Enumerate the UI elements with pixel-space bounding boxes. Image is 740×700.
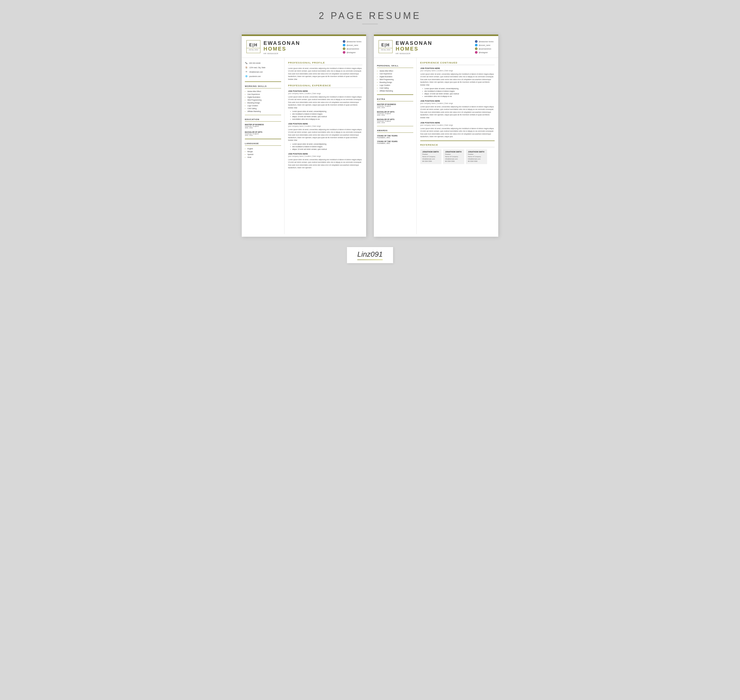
- extra-degree-1: MASTER OF BUSINESS: [377, 103, 413, 105]
- gold-divider-p2-2: [377, 126, 413, 126]
- twitter-text: @uruser_name: [347, 44, 358, 46]
- resume-header-2: E|H 25th Mar, 20018 EWASONAN HOMES HR MA…: [374, 36, 498, 58]
- instagram-text: @instagram: [347, 51, 355, 53]
- job-company-1: your company name | Location | Date rang…: [288, 93, 363, 94]
- reference-title: REFERENCE: [420, 144, 495, 147]
- prof-exp-title: PROFESSIONAL EXPERIENCE: [288, 84, 363, 88]
- job-title-3: JOB POSITION HERE: [288, 153, 363, 155]
- skill-4: Web Programming: [245, 99, 281, 101]
- ps-2: User Experience: [377, 73, 413, 75]
- bullet-2-2: elor incididunt ut labore et dolore magn…: [290, 146, 363, 147]
- resume-page-1: E|H 25th Mar, 20018 EWASONAN HOMES HR MA…: [242, 34, 366, 237]
- job-cont-desc-1: Lorem ipsum dolor sit amet, consectetur …: [420, 73, 495, 86]
- title-divider: [362, 24, 378, 24]
- edu-years-2: 2001- 2016: [245, 135, 281, 136]
- gold-divider-ref: [420, 141, 495, 141]
- header-contact-2: f @ewasonan homes t @uruser_name w @user…: [475, 40, 493, 54]
- language-list: English Bangla Spanish Hindi: [245, 148, 281, 158]
- website-icon: w: [343, 47, 345, 50]
- awards-title: AWARDS: [377, 129, 413, 133]
- contact-instagram-2: i @instagram: [475, 51, 487, 54]
- lang-2: Bangla: [245, 151, 281, 153]
- bullet-1-4: exercitation ulins nisi ut aliquip ex ea: [290, 118, 363, 120]
- ps-5: Branding Design: [377, 81, 413, 83]
- ref-details-3: PositionName of Companyinfo@domain.com88…: [468, 153, 485, 163]
- facebook-text: @ewasonan homes: [347, 41, 361, 43]
- watermark-underline: [357, 260, 383, 260]
- job-desc-1: Lorem ipsum dolor sit amet, consectetur …: [288, 96, 363, 109]
- ref-details-1: PositionName of Companyinfo@domain.com88…: [422, 153, 439, 163]
- resume-body: 📞 009 333 44446 🏠 1234 road, City, State…: [242, 58, 366, 234]
- profile-text: Lorem ipsum dolor sit amet, consectetur …: [288, 67, 363, 81]
- ref-card-3: JONATHOM SMITH PositionName of Companyin…: [466, 149, 487, 164]
- exp-2: JOB POSITION HERE your company name | Lo…: [288, 123, 363, 150]
- education-title: EDUCATION: [245, 118, 281, 122]
- watermark-box: Linz091: [347, 247, 393, 263]
- skill-6: Logo Creation: [245, 105, 281, 107]
- lang-3: Spanish: [245, 153, 281, 155]
- award-1: YOUNG OF THE YEARS Foundation, 2001: [377, 135, 413, 138]
- award-title-2: YOUNG OF THE YEARS: [377, 141, 413, 142]
- monogram-date: 25th Mar, 20018: [249, 49, 258, 50]
- language-title: LANGUAGE: [245, 142, 281, 146]
- exp-cont-1: JOB POSITION HERE your company name | Lo…: [420, 67, 495, 97]
- header-contact: f @ewasonan homes t @uruser_name w @user…: [343, 40, 361, 54]
- bullet-1-1: Lorem ipsum dolor sit amet, consectetpis…: [290, 110, 363, 112]
- contact-website-2: w @usernamehere: [475, 47, 491, 50]
- job-bullets-2: Lorem ipsum dolor sit amet, consectetpis…: [288, 143, 363, 150]
- exp-cont-3: JOB POSITION HERE your company name | Lo…: [420, 122, 495, 138]
- award-sub-1: Foundation, 2001: [377, 137, 413, 138]
- exp-continued-title: EXPERIENCE Continued: [420, 62, 495, 65]
- contact-instagram: i @instagram: [343, 51, 355, 54]
- sidebar-email: ✉ info@domain.com: [245, 70, 281, 74]
- skill-5: Branding Design: [245, 102, 281, 104]
- job-cont-desc-3: Lorem ipsum dolor sit amet, consectetur …: [420, 127, 495, 138]
- contact-twitter: t @uruser_name: [343, 44, 358, 46]
- header-last-name: EWASONAN: [263, 40, 340, 46]
- job-desc-3: Lorem ipsum dolor sit amet, consectetur …: [288, 159, 363, 169]
- gold-divider-1: [245, 81, 281, 82]
- bullet-1-3: aliqua. Ut enim ad minim veniam, quis no…: [290, 116, 363, 118]
- header-name-block: EWASONAN HOMES HR MANAGER: [263, 40, 340, 54]
- extra-years-3: 2001- 2016: [377, 122, 413, 124]
- cont-bullet-1-3: aliqua. Ut enim ad minim veniam, quis no…: [422, 93, 495, 95]
- bullet-1-2: elor incididunt ut labore et dolore magn…: [290, 113, 363, 115]
- resume-page-2: E|H 25th Mar, 20018 EWASONAN HOMES HR MA…: [374, 34, 498, 237]
- resume-body-2: PERSONAL SKILL Adobe After Effect User E…: [374, 58, 498, 234]
- extra-edu-2: BACHALOR OF ARTS University / England 20…: [377, 111, 413, 116]
- email-icon: ✉: [245, 70, 248, 74]
- job-cont-company-3: your company name | Location | Date rang…: [420, 124, 495, 126]
- extra-years-2: 2001- 2016: [377, 114, 413, 116]
- job-cont-company-1: your company name | Location | Date rang…: [420, 70, 495, 72]
- header-first-name-2: HOMES: [396, 46, 472, 51]
- extra-edu-3: BACHALOR OF ARTS University / England 20…: [377, 119, 413, 124]
- monogram-letters: E|H: [247, 43, 260, 48]
- personal-skill-title: PERSONAL SKILL: [377, 65, 413, 68]
- edu-years-1: 2001- 2016: [245, 127, 281, 129]
- facebook-icon-2: f: [475, 40, 477, 43]
- extra-years-1: 2001- 2016: [377, 107, 413, 108]
- ps-8: Affiliate Marketing: [377, 90, 413, 92]
- cont-bullet-1-1: Lorem ipsum dolor sit amet, consectetpis…: [422, 88, 495, 90]
- bullet-2-3: aliqua. Ut enim ad minim veniam, quis no…: [290, 148, 363, 150]
- ps-4: Web Programming: [377, 79, 413, 80]
- gold-divider-2: [245, 115, 281, 115]
- sidebar-contact-list: 📞 009 333 44446 🏠 1234 road, City, State…: [245, 62, 281, 78]
- job-bullets-1: Lorem ipsum dolor sit amet, consectetpis…: [288, 110, 363, 120]
- award-2: YOUNG OF THE YEARS Foundation, 2001: [377, 141, 413, 144]
- sidebar-address: 🏠 1234 road, City, State: [245, 66, 281, 69]
- twitter-text-2: @uruser_name: [479, 44, 490, 46]
- monogram-date-2: 25th Mar, 20018: [381, 49, 390, 50]
- instagram-icon: i: [343, 51, 345, 54]
- website-icon-2: w: [475, 47, 477, 50]
- ref-card-1: JONATHOM SMITH PositionName of Companyin…: [420, 149, 442, 164]
- resume-main: PROFESSIONAL PROFILE Lorem ipsum dolor s…: [285, 58, 366, 234]
- cont-bullet-1-4: exercitation ulins nisi ut aliquip ex ea: [422, 96, 495, 97]
- exp-cont-2: JOB POSITION HERE your company name | Lo…: [420, 100, 495, 119]
- facebook-text-2: @ewasonan homes: [479, 41, 493, 43]
- job-company-3: your company name | Location | Date rang…: [288, 155, 363, 157]
- skill-3: Digital Illustration: [245, 96, 281, 98]
- facebook-icon: f: [343, 40, 345, 43]
- resume-header: E|H 25th Mar, 20018 EWASONAN HOMES HR MA…: [242, 36, 366, 58]
- gold-divider-3: [245, 139, 281, 139]
